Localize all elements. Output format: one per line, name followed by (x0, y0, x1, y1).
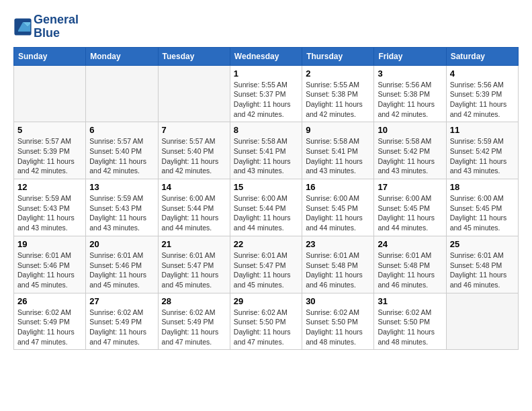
calendar-cell: 3Sunrise: 5:56 AM Sunset: 5:38 PM Daylig… (374, 65, 446, 122)
week-row-2: 5Sunrise: 5:57 AM Sunset: 5:39 PM Daylig… (14, 122, 519, 179)
calendar-cell: 6Sunrise: 5:57 AM Sunset: 5:40 PM Daylig… (86, 122, 158, 179)
calendar-cell: 21Sunrise: 6:01 AM Sunset: 5:47 PM Dayli… (158, 236, 230, 293)
calendar-cell: 23Sunrise: 6:01 AM Sunset: 5:48 PM Dayli… (302, 236, 374, 293)
day-number: 8 (234, 125, 298, 135)
calendar-cell: 12Sunrise: 5:59 AM Sunset: 5:43 PM Dayli… (14, 179, 86, 236)
calendar-cell: 13Sunrise: 5:59 AM Sunset: 5:43 PM Dayli… (86, 179, 158, 236)
day-info: Sunrise: 6:02 AM Sunset: 5:50 PM Dayligh… (306, 308, 370, 347)
calendar-cell: 8Sunrise: 5:58 AM Sunset: 5:41 PM Daylig… (230, 122, 302, 179)
day-number: 16 (306, 182, 370, 192)
week-row-4: 19Sunrise: 6:01 AM Sunset: 5:46 PM Dayli… (14, 236, 519, 293)
logo-text-blue: Blue (34, 27, 79, 40)
calendar-table: SundayMondayTuesdayWednesdayThursdayFrid… (13, 47, 519, 351)
day-info: Sunrise: 5:57 AM Sunset: 5:40 PM Dayligh… (89, 136, 154, 176)
day-info: Sunrise: 6:01 AM Sunset: 5:47 PM Dayligh… (162, 250, 226, 290)
calendar-cell: 30Sunrise: 6:02 AM Sunset: 5:50 PM Dayli… (302, 293, 374, 350)
calendar-cell: 31Sunrise: 6:02 AM Sunset: 5:50 PM Dayli… (374, 293, 446, 350)
day-info: Sunrise: 5:58 AM Sunset: 5:41 PM Dayligh… (234, 136, 298, 176)
day-number: 26 (17, 296, 82, 306)
day-info: Sunrise: 6:01 AM Sunset: 5:48 PM Dayligh… (450, 250, 515, 290)
week-row-1: 1Sunrise: 5:55 AM Sunset: 5:37 PM Daylig… (14, 65, 519, 122)
day-info: Sunrise: 6:00 AM Sunset: 5:44 PM Dayligh… (162, 193, 226, 233)
day-info: Sunrise: 5:57 AM Sunset: 5:40 PM Dayligh… (162, 136, 226, 176)
day-info: Sunrise: 5:59 AM Sunset: 5:43 PM Dayligh… (17, 193, 82, 233)
day-info: Sunrise: 6:02 AM Sunset: 5:49 PM Dayligh… (17, 308, 82, 347)
logo-text-general: General (34, 13, 79, 27)
day-number: 9 (306, 125, 370, 135)
day-number: 29 (234, 296, 298, 306)
weekday-friday: Friday (374, 47, 446, 65)
day-info: Sunrise: 6:01 AM Sunset: 5:47 PM Dayligh… (234, 250, 298, 290)
day-number: 25 (450, 239, 515, 249)
calendar-cell: 24Sunrise: 6:01 AM Sunset: 5:48 PM Dayli… (374, 236, 446, 293)
day-number: 17 (378, 182, 442, 192)
day-info: Sunrise: 6:01 AM Sunset: 5:48 PM Dayligh… (378, 250, 442, 290)
calendar-cell (86, 65, 158, 122)
day-number: 2 (306, 68, 370, 79)
calendar-cell: 7Sunrise: 5:57 AM Sunset: 5:40 PM Daylig… (158, 122, 230, 179)
weekday-wednesday: Wednesday (230, 47, 302, 65)
day-info: Sunrise: 6:00 AM Sunset: 5:45 PM Dayligh… (450, 193, 515, 233)
day-number: 30 (306, 296, 370, 306)
day-number: 23 (306, 239, 370, 249)
day-number: 10 (378, 125, 442, 135)
day-number: 12 (17, 182, 82, 192)
day-info: Sunrise: 5:56 AM Sunset: 5:39 PM Dayligh… (450, 80, 515, 120)
day-info: Sunrise: 5:57 AM Sunset: 5:39 PM Dayligh… (17, 136, 82, 176)
day-info: Sunrise: 5:59 AM Sunset: 5:42 PM Dayligh… (450, 136, 515, 176)
day-number: 11 (450, 125, 515, 135)
day-info: Sunrise: 6:00 AM Sunset: 5:44 PM Dayligh… (234, 193, 298, 233)
weekday-header-row: SundayMondayTuesdayWednesdayThursdayFrid… (14, 47, 519, 65)
weekday-saturday: Saturday (446, 47, 518, 65)
calendar-cell: 26Sunrise: 6:02 AM Sunset: 5:49 PM Dayli… (14, 293, 86, 350)
logo-icon (13, 17, 32, 36)
day-info: Sunrise: 5:55 AM Sunset: 5:37 PM Dayligh… (234, 80, 298, 120)
day-number: 31 (378, 296, 442, 306)
day-number: 6 (89, 125, 154, 135)
day-info: Sunrise: 6:02 AM Sunset: 5:49 PM Dayligh… (89, 308, 154, 347)
calendar-cell (158, 65, 230, 122)
day-info: Sunrise: 5:56 AM Sunset: 5:38 PM Dayligh… (378, 80, 442, 120)
calendar-cell: 2Sunrise: 5:55 AM Sunset: 5:38 PM Daylig… (302, 65, 374, 122)
logo: General Blue (13, 13, 79, 40)
day-number: 27 (89, 296, 154, 306)
weekday-sunday: Sunday (14, 47, 86, 65)
day-number: 15 (234, 182, 298, 192)
calendar-cell: 4Sunrise: 5:56 AM Sunset: 5:39 PM Daylig… (446, 65, 518, 122)
day-number: 14 (162, 182, 226, 192)
day-info: Sunrise: 5:58 AM Sunset: 5:41 PM Dayligh… (306, 136, 370, 176)
calendar-cell: 10Sunrise: 5:58 AM Sunset: 5:42 PM Dayli… (374, 122, 446, 179)
calendar-cell: 19Sunrise: 6:01 AM Sunset: 5:46 PM Dayli… (14, 236, 86, 293)
calendar-cell: 9Sunrise: 5:58 AM Sunset: 5:41 PM Daylig… (302, 122, 374, 179)
calendar-cell: 28Sunrise: 6:02 AM Sunset: 5:49 PM Dayli… (158, 293, 230, 350)
day-info: Sunrise: 6:02 AM Sunset: 5:50 PM Dayligh… (378, 308, 442, 347)
day-number: 20 (89, 239, 154, 249)
day-number: 21 (162, 239, 226, 249)
calendar-cell: 25Sunrise: 6:01 AM Sunset: 5:48 PM Dayli… (446, 236, 518, 293)
day-info: Sunrise: 5:55 AM Sunset: 5:38 PM Dayligh… (306, 80, 370, 120)
day-number: 7 (162, 125, 226, 135)
page-header: General Blue (13, 13, 519, 40)
weekday-thursday: Thursday (302, 47, 374, 65)
day-number: 13 (89, 182, 154, 192)
calendar-cell (446, 293, 518, 350)
calendar-cell: 11Sunrise: 5:59 AM Sunset: 5:42 PM Dayli… (446, 122, 518, 179)
day-number: 28 (162, 296, 226, 306)
day-info: Sunrise: 6:01 AM Sunset: 5:46 PM Dayligh… (17, 250, 82, 290)
day-info: Sunrise: 6:00 AM Sunset: 5:45 PM Dayligh… (306, 193, 370, 233)
day-number: 22 (234, 239, 298, 249)
week-row-5: 26Sunrise: 6:02 AM Sunset: 5:49 PM Dayli… (14, 293, 519, 350)
day-number: 24 (378, 239, 442, 249)
calendar-cell: 22Sunrise: 6:01 AM Sunset: 5:47 PM Dayli… (230, 236, 302, 293)
day-info: Sunrise: 6:02 AM Sunset: 5:50 PM Dayligh… (234, 308, 298, 347)
calendar-cell: 20Sunrise: 6:01 AM Sunset: 5:46 PM Dayli… (86, 236, 158, 293)
day-info: Sunrise: 6:02 AM Sunset: 5:49 PM Dayligh… (162, 308, 226, 347)
calendar-cell: 15Sunrise: 6:00 AM Sunset: 5:44 PM Dayli… (230, 179, 302, 236)
week-row-3: 12Sunrise: 5:59 AM Sunset: 5:43 PM Dayli… (14, 179, 519, 236)
calendar-cell (14, 65, 86, 122)
day-number: 3 (378, 68, 442, 79)
calendar-cell: 17Sunrise: 6:00 AM Sunset: 5:45 PM Dayli… (374, 179, 446, 236)
day-info: Sunrise: 6:01 AM Sunset: 5:48 PM Dayligh… (306, 250, 370, 290)
day-info: Sunrise: 5:59 AM Sunset: 5:43 PM Dayligh… (89, 193, 154, 233)
calendar-cell: 5Sunrise: 5:57 AM Sunset: 5:39 PM Daylig… (14, 122, 86, 179)
